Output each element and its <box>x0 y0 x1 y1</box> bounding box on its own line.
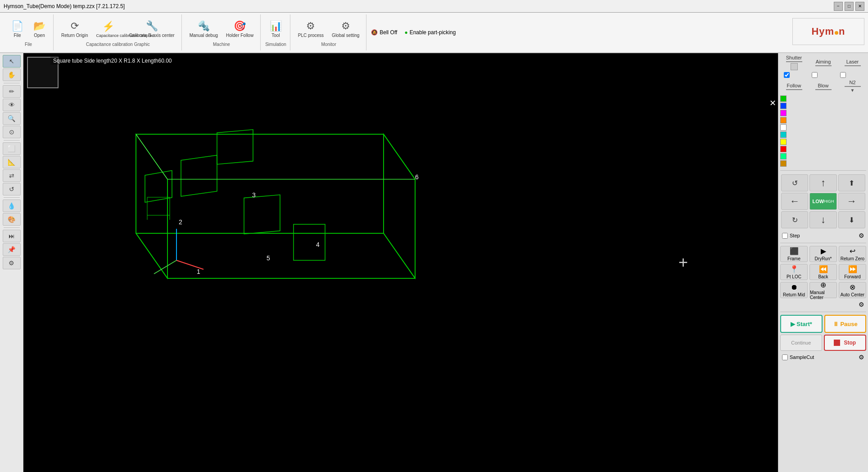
canvas-area[interactable]: Square tube Side length20 X R1.8 X Lengt… <box>23 53 778 472</box>
dry-run-button[interactable]: ▶ DryRun* <box>809 246 837 262</box>
swatch-red[interactable] <box>780 146 787 152</box>
return-mid-label: Return Mid <box>783 292 805 297</box>
tool-button[interactable]: 📊 Tool <box>266 18 286 40</box>
step-label: Step <box>790 233 800 238</box>
frame-button[interactable]: ⬛ Frame <box>780 246 808 262</box>
measure-tool-button[interactable]: 📐 <box>3 156 21 168</box>
settings-small-button[interactable]: ⚙ <box>3 257 21 269</box>
sample-cut-settings-icon[interactable]: ⚙ <box>859 354 864 361</box>
svg-rect-20 <box>217 130 253 164</box>
swatch-orange[interactable] <box>780 117 787 123</box>
manual-debug-button[interactable]: 🔩 Manual debug <box>186 18 221 40</box>
open-button[interactable]: 📂 Open <box>29 18 50 40</box>
enable-part-picking-item[interactable]: ● Enable part-picking <box>404 29 456 36</box>
swatch-green[interactable] <box>780 95 787 102</box>
swatch-mint[interactable] <box>780 153 787 159</box>
capacitance-group: ⟳ Return Origin ⚡ Capacitance calibratio… <box>54 14 182 50</box>
close-button[interactable]: ✕ <box>855 2 864 11</box>
return-origin-button[interactable]: ⟳ Return Origin <box>58 18 91 40</box>
return-zero-button[interactable]: ↩ Return Zero <box>839 246 866 262</box>
manual-center-button[interactable]: ⊕ Manual Center <box>809 282 837 298</box>
file-button[interactable]: 📄 File <box>7 18 27 40</box>
minimize-button[interactable]: − <box>834 2 843 11</box>
maximize-button[interactable]: □ <box>845 2 854 11</box>
hand-tool-button[interactable]: ✋ <box>3 68 21 81</box>
capacitance-group-label: Capacitance calibration Graphic <box>86 42 150 47</box>
swatch-magenta[interactable] <box>780 110 787 116</box>
select-tool-button[interactable]: ↖ <box>3 55 21 68</box>
folder-icon: 📂 <box>33 20 45 32</box>
rotate-ccw-button[interactable]: ↺ <box>781 174 808 191</box>
return-zero-icon: ↩ <box>850 247 855 255</box>
step-checkbox[interactable] <box>782 233 788 239</box>
start-button[interactable]: ▶ Start* <box>780 315 823 333</box>
zoom-tool-button[interactable]: 🔍 <box>3 112 21 125</box>
laser-checkbox[interactable] <box>840 72 846 78</box>
manual-center-icon: ⊕ <box>820 281 826 289</box>
pt-loc-button[interactable]: 📍 Pt LOC <box>780 264 808 280</box>
swatch-cyan[interactable] <box>780 132 787 138</box>
fill-tool-button[interactable]: 🎨 <box>3 213 21 226</box>
up-right-button[interactable]: ⬆ <box>838 174 865 191</box>
skip-tool-button[interactable]: ⏭ <box>3 230 21 242</box>
manual-center-label: Manual Center <box>810 290 836 300</box>
action-settings-icon[interactable]: ⚙ <box>859 301 864 308</box>
step-settings-icon[interactable]: ⚙ <box>859 232 864 239</box>
rect-tool-button[interactable]: ⬜ <box>3 142 21 155</box>
right-button[interactable]: → <box>838 193 865 210</box>
frame-label: Frame <box>787 256 800 261</box>
capacitance-button[interactable]: ⚡ Capacitance calibration Graphic <box>93 18 124 40</box>
circle-tool-button[interactable]: ⊙ <box>3 126 21 138</box>
svg-text:1: 1 <box>197 268 200 275</box>
svg-text:5: 5 <box>267 254 270 262</box>
continue-button[interactable]: Continue <box>780 335 822 351</box>
follow-label: Follow <box>785 83 803 88</box>
monitor-group-label: Monitor <box>321 42 336 47</box>
stop-button[interactable]: Stop <box>824 335 867 351</box>
return-mid-button[interactable]: ⏺ Return Mid <box>780 282 808 298</box>
canvas-label: Square tube Side length20 X R1.8 X Lengt… <box>50 57 175 65</box>
drop-tool-button[interactable]: 💧 <box>3 200 21 212</box>
calibrate-button[interactable]: 🔧 Calibrate B-axis center <box>126 18 177 40</box>
aiming-checkbox[interactable] <box>812 72 818 78</box>
dry-run-label: DryRun* <box>815 256 832 261</box>
svg-line-13 <box>136 233 167 278</box>
back-button[interactable]: ⏪ Back <box>809 264 837 280</box>
pencil-tool-button[interactable]: ✏ <box>3 85 21 98</box>
swatch-gold[interactable] <box>780 160 787 167</box>
move-tool-button[interactable]: ⇄ <box>3 169 21 182</box>
calibrate-icon: 🔧 <box>146 20 158 32</box>
n2-dropdown-arrow[interactable]: ▼ <box>850 88 855 93</box>
svg-line-23 <box>136 134 167 179</box>
pin-tool-button[interactable]: 📌 <box>3 243 21 256</box>
up-button[interactable]: ↑ <box>809 174 836 191</box>
shutter-label: Shutter <box>785 55 803 60</box>
eye-tool-button[interactable]: 👁 <box>3 99 21 111</box>
undo-tool-button[interactable]: ↺ <box>3 183 21 195</box>
swatch-white[interactable] <box>780 124 787 131</box>
left-button[interactable]: ← <box>781 193 808 210</box>
close-panel-button[interactable]: ✕ <box>769 98 776 108</box>
low-label: LOW <box>812 199 824 204</box>
auto-center-button[interactable]: ⊗ Auto Center <box>839 282 866 298</box>
shutter-checkbox[interactable] <box>784 72 790 78</box>
global-setting-button[interactable]: ⚙ Global setting <box>329 18 362 40</box>
frame-dryrun-returnzero-row: ⬛ Frame ▶ DryRun* ↩ Return Zero <box>780 246 866 262</box>
bell-off-item[interactable]: 🔕 Bell Off <box>371 29 397 36</box>
ptloc-back-forward-row: 📍 Pt LOC ⏪ Back ⏩ Forward <box>780 264 866 280</box>
rotate-cw-button[interactable]: ↻ <box>781 211 808 228</box>
svg-line-5 <box>384 134 415 179</box>
swatch-blue[interactable] <box>780 103 787 109</box>
swatch-yellow[interactable] <box>780 139 787 145</box>
settings-area: 🔕 Bell Off ● Enable part-picking <box>367 29 459 36</box>
forward-button[interactable]: ⏩ Forward <box>839 264 866 280</box>
auto-center-settings-row: ⚙ <box>780 300 866 309</box>
sample-cut-row: SampleCut ⚙ <box>780 353 866 362</box>
plc-button[interactable]: ⚙ PLC process <box>295 18 327 40</box>
pause-button[interactable]: ⏸ Pause <box>824 315 867 333</box>
down-button[interactable]: ↓ <box>809 211 836 228</box>
low-high-button[interactable]: LOW HIGH <box>809 193 836 210</box>
holder-follow-button[interactable]: 🎯 Holder Follow <box>223 18 257 40</box>
sample-cut-checkbox[interactable] <box>782 354 788 360</box>
down-right-button[interactable]: ⬇ <box>838 211 865 228</box>
